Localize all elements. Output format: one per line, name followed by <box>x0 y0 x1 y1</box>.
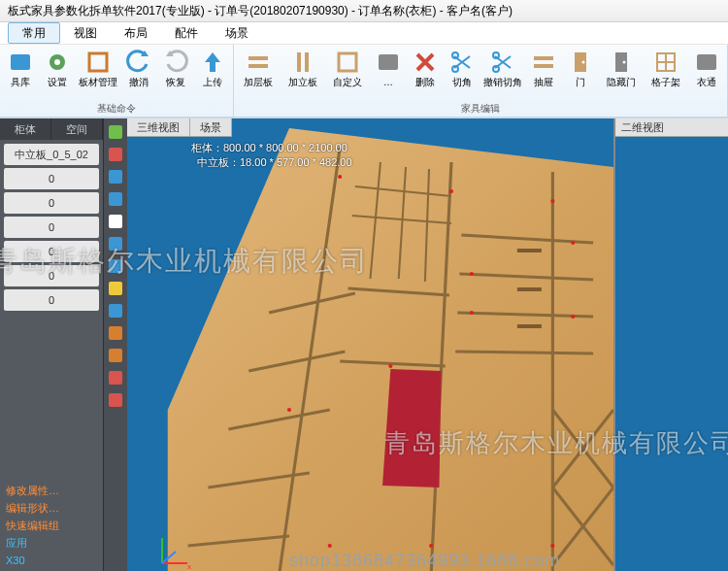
ribbon-label: 切角 <box>452 77 472 87</box>
ribbon-undo[interactable]: 撤消 <box>120 47 157 87</box>
menu-配件[interactable]: 配件 <box>161 23 212 43</box>
svg-line-69 <box>455 352 593 353</box>
vtool-cube[interactable] <box>106 256 125 276</box>
view3d-tab-三维视图[interactable]: 三维视图 <box>127 118 190 136</box>
left-tab-柜体[interactable]: 柜体 <box>0 118 51 140</box>
ribbon-label: 撤销切角 <box>483 77 522 87</box>
left-row-1[interactable]: 0 <box>4 168 99 189</box>
ribbon-add-vpanel[interactable]: 加立板 <box>281 47 325 87</box>
svg-point-2 <box>54 59 60 65</box>
ribbon-label: 自定义 <box>333 77 362 87</box>
vtool-refresh[interactable] <box>106 167 125 186</box>
upload-icon <box>199 49 226 76</box>
left-row-6[interactable]: 0 <box>4 289 99 311</box>
undo-cut-icon <box>489 49 516 76</box>
svg-marker-49 <box>168 128 613 571</box>
svg-point-19 <box>623 61 626 64</box>
custom-icon <box>334 49 361 76</box>
ribbon-add-layer[interactable]: 加层板 <box>236 47 281 87</box>
svg-rect-38 <box>109 170 122 184</box>
svg-point-11 <box>452 66 458 72</box>
svg-text:x: x <box>187 562 191 571</box>
left-row-4[interactable]: 0 <box>4 241 99 262</box>
left-actions: 修改属性…编辑形状…快速编辑组应用X30 <box>0 476 103 571</box>
vtool-zoom[interactable] <box>106 189 125 209</box>
ribbon-hanger[interactable]: 衣通 <box>688 47 725 87</box>
svg-point-84 <box>388 364 392 368</box>
panel-mgmt-icon <box>84 49 112 76</box>
ribbon-hidden-door[interactable]: 隐藏门 <box>599 47 644 87</box>
ribbon-settings[interactable]: 设置 <box>39 47 76 87</box>
ribbon-undo-cut[interactable]: 撤销切角 <box>480 47 525 87</box>
menu-视图[interactable]: 视图 <box>60 23 111 43</box>
left-tab-空间[interactable]: 空间 <box>51 118 103 140</box>
ribbon-label: 衣通 <box>697 77 716 87</box>
vtool-globe[interactable] <box>106 234 125 253</box>
svg-point-12 <box>493 52 499 58</box>
menu-常用[interactable]: 常用 <box>8 22 60 44</box>
left-row-0[interactable]: 中立板_0_5_02 <box>4 144 99 165</box>
svg-rect-8 <box>339 53 356 71</box>
ribbon-group-title: 家具编辑 <box>236 103 725 117</box>
svg-point-13 <box>493 66 499 72</box>
vtool-puzzle-del[interactable] <box>106 145 125 164</box>
vtool-puzzle-add[interactable] <box>106 122 125 142</box>
ribbon-lattice[interactable]: 格子架 <box>644 47 688 87</box>
svg-line-91 <box>162 552 176 563</box>
vtool-marker2[interactable] <box>106 390 125 410</box>
parts-icon <box>375 49 402 76</box>
left-row-2[interactable]: 0 <box>4 192 99 214</box>
left-action[interactable]: 快速编辑组 <box>6 517 97 534</box>
app-title: 板式家具参数化拆单软件2017(专业版) - 订单号(2018020719093… <box>8 4 513 17</box>
ribbon-label: 抽屉 <box>534 77 553 87</box>
ribbon-label: 板材管理 <box>79 77 117 87</box>
vtool-eye[interactable] <box>106 279 125 298</box>
svg-point-81 <box>429 544 433 548</box>
svg-point-83 <box>287 408 291 412</box>
menu-场景[interactable]: 场景 <box>212 23 262 43</box>
left-action[interactable]: 编辑形状… <box>6 499 97 517</box>
left-bottom[interactable]: 应用 <box>6 534 97 552</box>
svg-rect-23 <box>697 54 716 70</box>
ribbon-drawer[interactable]: 抽屉 <box>525 47 562 87</box>
shop-url: shop1386847364993.1688.com <box>289 551 560 571</box>
ribbon-upload[interactable]: 上传 <box>194 47 231 87</box>
view3d-tab-场景[interactable]: 场景 <box>190 118 232 136</box>
left-row-3[interactable]: 0 <box>4 217 99 238</box>
vtool-box-sm[interactable] <box>106 346 125 365</box>
ribbon-library[interactable]: 具库 <box>2 47 39 87</box>
hidden-door-icon <box>608 49 635 76</box>
workspace: 柜体空间 中立板_0_5_02000000 修改属性…编辑形状…快速编辑组应用X… <box>0 118 728 571</box>
viewport-2d[interactable]: 二维视图 <box>614 118 728 571</box>
ribbon-redo[interactable]: 恢复 <box>157 47 194 87</box>
ribbon-label: 隐藏门 <box>607 77 636 87</box>
svg-point-85 <box>470 272 474 276</box>
viewport-3d[interactable]: 三维视图场景 柜体：800.00 * 800.00 * 2100.00 中立板：… <box>127 118 614 571</box>
svg-rect-72 <box>517 324 542 328</box>
vtool-marker[interactable] <box>106 368 125 387</box>
panel-dims: 中立板：18.00 * 577.00 * 482.00 <box>197 155 352 170</box>
svg-rect-6 <box>297 52 301 72</box>
ribbon-door[interactable]: 门 <box>562 47 599 87</box>
vtool-checker[interactable] <box>106 212 125 231</box>
title-bar: 板式家具参数化拆单软件2017(专业版) - 订单号(2018020719093… <box>0 0 728 22</box>
ribbon-label: 门 <box>576 77 585 87</box>
svg-point-17 <box>582 61 585 64</box>
ribbon-cut-corner[interactable]: 切角 <box>444 47 480 87</box>
left-bottom[interactable]: X30 <box>6 552 97 569</box>
vtool-grid[interactable] <box>106 301 125 320</box>
ribbon-panel-mgmt[interactable]: 板材管理 <box>76 47 120 87</box>
ribbon-delete[interactable]: 删除 <box>407 47 444 87</box>
ribbon-label: 删除 <box>415 77 435 87</box>
ribbon-parts[interactable]: … <box>370 47 407 87</box>
svg-rect-42 <box>109 259 122 273</box>
left-action[interactable]: 修改属性… <box>6 482 97 499</box>
hanger-icon <box>693 49 720 76</box>
ribbon-label: 恢复 <box>166 77 185 87</box>
ribbon-group-家具编辑: 加层板加立板自定义…删除切角撤销切角抽屉门隐藏门格子架衣通家具编辑 <box>234 45 728 117</box>
svg-rect-43 <box>109 282 122 295</box>
ribbon-custom[interactable]: 自定义 <box>325 47 370 87</box>
left-row-5[interactable]: 0 <box>4 265 99 286</box>
vtool-box-lg[interactable] <box>106 323 125 343</box>
menu-布局[interactable]: 布局 <box>111 23 161 43</box>
